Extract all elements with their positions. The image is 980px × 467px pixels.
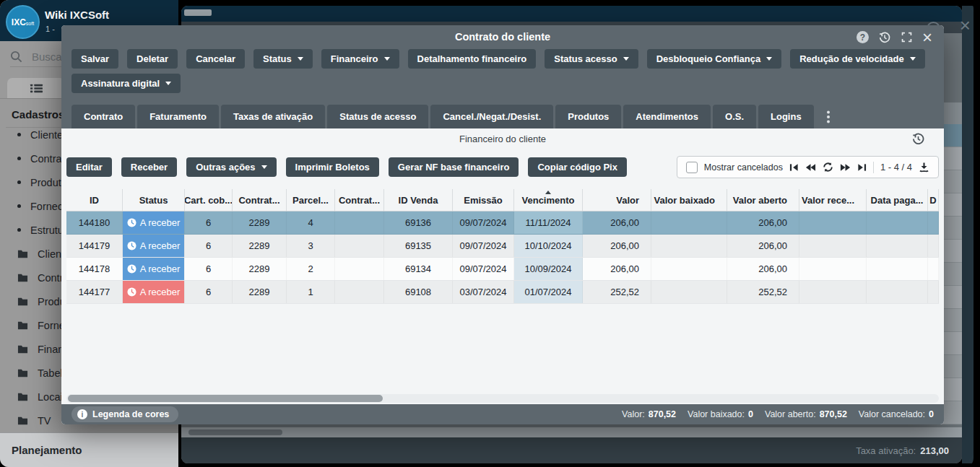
button-label: Status — [263, 53, 292, 64]
table-row[interactable]: 144177A receber6228916910803/07/202401/0… — [66, 281, 939, 304]
tab-logins[interactable]: Logins — [758, 105, 814, 128]
toolbar-button-salvar[interactable]: Salvar — [71, 49, 118, 69]
cell-status: A receber — [123, 235, 185, 257]
fullscreen-icon[interactable] — [901, 31, 913, 43]
search-icon — [10, 51, 22, 63]
screen: Isent NãoNãoNãoNãoNãoNãoNãoNãoNãoNãoNãoN… — [0, 0, 980, 467]
refresh-icon[interactable] — [823, 162, 833, 173]
column-header-label: Contrat... — [339, 195, 380, 206]
button-label: Desbloqueio Confiança — [656, 53, 760, 64]
table-pager: Mostrar cancelados — [677, 156, 939, 178]
previous-page-icon[interactable] — [805, 163, 816, 172]
toolbar-button-redu-o-de-velocidade[interactable]: Redução de velocidade — [790, 49, 925, 69]
column-header-label: Vencimento — [522, 195, 575, 206]
cell-valor-baixado — [651, 211, 727, 234]
tab-contrato[interactable]: Contrato — [71, 105, 135, 128]
column-header-valor-rece[interactable]: Valor rece... — [799, 189, 867, 211]
column-header-valor[interactable]: Valor — [583, 189, 651, 211]
footer-total-valor-aberto: Valor aberto:870,52 — [765, 409, 847, 419]
cell-valor-rece — [799, 211, 867, 234]
column-header-cart-cob[interactable]: Cart. cob... — [185, 189, 233, 211]
tab-o-s[interactable]: O.S. — [713, 105, 756, 128]
sidebar-item-label: Contrat — [30, 153, 65, 165]
table-row[interactable]: 144179A receber6228936913509/07/202410/1… — [66, 235, 939, 258]
action-button-imprimir-boletos[interactable]: Imprimir Boletos — [286, 157, 379, 177]
action-button-outras-a-es[interactable]: Outras ações — [186, 157, 276, 177]
bullet-icon — [17, 180, 21, 184]
cell-id-venda: 69134 — [384, 258, 453, 280]
toolbar-button-deletar[interactable]: Deletar — [127, 49, 178, 69]
table-row[interactable]: 144178A receber6228926913409/07/202410/0… — [66, 258, 939, 281]
column-header-status[interactable]: Status — [123, 189, 185, 211]
column-header-contrat[interactable]: Contrat... — [233, 189, 287, 211]
background-close-icon[interactable]: × — [960, 16, 971, 35]
next-page-icon[interactable] — [840, 163, 851, 172]
toolbar-button-financeiro[interactable]: Financeiro — [321, 49, 399, 69]
toolbar-button-assinatura-digital[interactable]: Assinatura digital — [71, 74, 181, 93]
status-label: A receber — [140, 287, 181, 297]
close-icon[interactable]: × — [922, 30, 932, 45]
toolbar-button-detalhamento-financeiro[interactable]: Detalhamento financeiro — [408, 49, 537, 69]
last-page-icon[interactable] — [857, 163, 867, 172]
tab-status-de-acesso[interactable]: Status de acesso — [327, 105, 428, 128]
show-cancelled-checkbox[interactable] — [686, 162, 698, 173]
table-horizontal-scrollbar[interactable] — [66, 394, 939, 403]
background-scrollbar-thumb[interactable] — [188, 429, 282, 435]
column-header-d[interactable]: D — [928, 189, 939, 211]
modal-header-area: Contrato do cliente ? × SalvarDeletarCan… — [61, 25, 944, 128]
column-header-id-venda[interactable]: ID Venda — [384, 189, 453, 211]
first-page-icon[interactable] — [789, 163, 799, 172]
tab-cancel-negat-desist[interactable]: Cancel./Negat./Desist. — [430, 105, 553, 128]
button-label: Redução de velocidade — [799, 53, 904, 64]
action-button-copiar-c-digo-pix[interactable]: Copiar código Pix — [528, 157, 627, 177]
action-button-editar[interactable]: Editar — [66, 157, 112, 177]
toolbar-button-desbloqueio-confian-a[interactable]: Desbloqueio Confiança — [647, 49, 781, 69]
more-tabs-icon[interactable] — [826, 110, 831, 123]
color-legend-button[interactable]: i Legenda de cores — [71, 406, 178, 422]
background-header-bar — [181, 6, 962, 22]
toolbar-button-status-acesso[interactable]: Status acesso — [545, 49, 638, 69]
toolbar-button-cancelar[interactable]: Cancelar — [186, 49, 245, 69]
folder-icon — [17, 416, 28, 425]
column-header-contrat[interactable]: Contrat... — [335, 189, 384, 211]
background-horizontal-scrollbar[interactable] — [181, 427, 962, 437]
status-badge: A receber — [123, 211, 184, 234]
help-icon[interactable]: ? — [857, 31, 869, 43]
sidebar-tab-list[interactable] — [7, 78, 65, 99]
column-header-valor-baixado[interactable]: Valor baixado — [651, 189, 727, 211]
section-history-icon[interactable] — [911, 132, 925, 149]
sidebar-item-label: Finan — [38, 344, 64, 355]
column-header-valor-aberto[interactable]: Valor aberto — [727, 189, 799, 211]
table-scrollbar-thumb[interactable] — [68, 395, 383, 402]
tab-atendimentos[interactable]: Atendimentos — [623, 105, 711, 128]
bullet-icon — [17, 157, 21, 160]
column-header-id[interactable]: ID — [66, 189, 123, 211]
history-icon[interactable] — [878, 31, 891, 44]
action-button-receber[interactable]: Receber — [121, 157, 177, 177]
column-header-label: Valor — [616, 195, 639, 206]
cell-id-venda: 69135 — [384, 235, 453, 257]
tab-taxas-de-ativa-o[interactable]: Taxas de ativação — [221, 105, 325, 128]
section-planejamento[interactable]: Planejamento — [0, 432, 178, 467]
download-icon[interactable] — [919, 162, 929, 173]
cell-id-venda: 69136 — [384, 211, 453, 234]
toolbar-button-status[interactable]: Status — [253, 49, 313, 69]
cell-valor-baixado — [651, 235, 727, 257]
tab-faturamento[interactable]: Faturamento — [137, 105, 219, 128]
column-header-parcel[interactable]: Parcel... — [287, 189, 335, 211]
folder-icon — [17, 249, 28, 258]
sidebar-item-label: Tabel — [38, 367, 63, 379]
table-row[interactable]: 144180A receber6228946913609/07/202411/1… — [66, 211, 939, 235]
pager-range: 1 - 4 / 4 — [880, 162, 912, 173]
total-value: 0 — [929, 409, 934, 419]
action-button-gerar-nf-base-financeiro[interactable]: Gerar NF base financeiro — [389, 157, 519, 177]
cell-emiss-o: 09/07/2024 — [453, 235, 514, 257]
cell-vencimento: 10/09/2024 — [514, 258, 583, 280]
column-header-data-paga[interactable]: Data paga... — [867, 189, 928, 211]
tab-produtos[interactable]: Produtos — [555, 105, 621, 128]
column-header-emiss-o[interactable]: Emissão — [453, 189, 514, 211]
cell-vencimento: 01/07/2024 — [514, 281, 583, 303]
background-scroll-fragment — [184, 9, 212, 16]
cell-valor-aberto: 252,52 — [727, 281, 799, 303]
column-header-vencimento[interactable]: Vencimento — [514, 189, 583, 211]
